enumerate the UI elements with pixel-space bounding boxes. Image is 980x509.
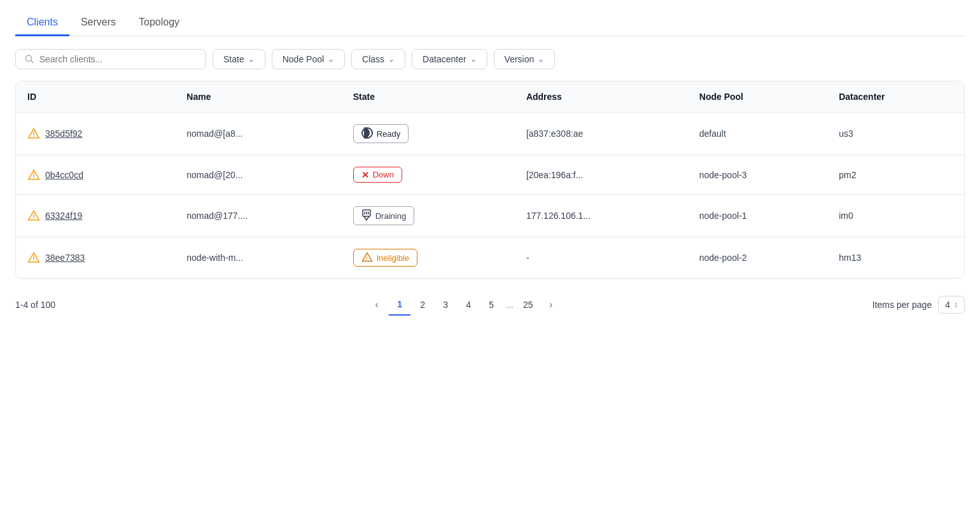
pagination-ellipsis: ...	[503, 300, 516, 310]
status-badge: ✕ Down	[353, 167, 402, 183]
badge-icon: !	[361, 252, 373, 263]
cell-id: 385d5f92	[16, 113, 175, 155]
cell-datacenter: us3	[827, 113, 964, 155]
client-id-link[interactable]: 63324f19	[45, 211, 82, 221]
page-2-button[interactable]: 2	[412, 294, 433, 316]
cell-nodepool: node-pool-1	[688, 195, 827, 237]
items-per-page-value: 4	[945, 300, 950, 310]
table-row: 385d5f92 nomad@[a8... Ready [a837:e308:a…	[16, 113, 964, 155]
next-page-button[interactable]: ›	[540, 294, 562, 316]
filter-version-button[interactable]: Version ⌄	[494, 49, 556, 69]
cell-name: nomad@177....	[175, 195, 341, 237]
chevron-down-icon: ⌄	[470, 55, 477, 64]
cell-address: [a837:e308:ae	[515, 113, 688, 155]
cell-state: Draining	[342, 195, 515, 237]
chevron-down-icon: ⌄	[538, 55, 544, 64]
col-header-name: Name	[175, 81, 341, 113]
warning-icon	[27, 169, 40, 181]
page-3-button[interactable]: 3	[435, 294, 456, 316]
badge-icon: ✕	[361, 171, 369, 179]
clients-table: ID Name State Address Node Pool Datacent…	[15, 81, 965, 279]
items-per-page-control: Items per page 4 ↕	[872, 296, 965, 314]
chevron-down-icon: ⌄	[388, 55, 395, 64]
svg-point-5	[33, 177, 34, 178]
client-id-link[interactable]: 385d5f92	[45, 129, 82, 139]
status-badge: ! Ineligible	[353, 249, 417, 267]
filter-datacenter-button[interactable]: Datacenter ⌄	[412, 49, 487, 69]
cell-name: node-with-m...	[175, 237, 341, 279]
page-25-button[interactable]: 25	[517, 294, 539, 316]
col-header-address: Address	[515, 81, 688, 113]
search-box	[15, 49, 206, 69]
cell-id: 63324f19	[16, 195, 175, 237]
cell-datacenter: hm13	[827, 237, 964, 279]
client-id-link[interactable]: 0b4cc0cd	[45, 170, 83, 180]
warning-icon	[27, 251, 40, 264]
page-1-button[interactable]: 1	[389, 294, 410, 316]
svg-line-1	[31, 60, 33, 62]
page-5-button[interactable]: 5	[480, 294, 502, 316]
warning-icon	[27, 127, 40, 140]
svg-point-3	[33, 136, 34, 137]
table-row: 38ee7383 node-with-m... ! Ineligible - n…	[16, 237, 964, 279]
badge-icon	[361, 209, 372, 222]
col-header-state: State	[342, 81, 515, 113]
col-header-datacenter: Datacenter	[827, 81, 964, 113]
pagination-summary: 1-4 of 100	[15, 300, 55, 310]
cell-datacenter: im0	[827, 195, 964, 237]
items-per-page-select[interactable]: 4 ↕	[938, 296, 965, 314]
chevron-down-icon: ⌄	[248, 55, 255, 64]
select-arrows-icon: ↕	[954, 300, 958, 309]
svg-point-7	[33, 218, 34, 219]
search-icon	[25, 54, 34, 64]
toolbar: State ⌄ Node Pool ⌄ Class ⌄ Datacenter ⌄…	[15, 49, 965, 69]
cell-nodepool: default	[688, 113, 827, 155]
cell-state: ✕ Down	[342, 155, 515, 195]
search-input[interactable]	[39, 54, 197, 64]
svg-text:!: !	[366, 256, 367, 260]
tabs-bar: Clients Servers Topology	[15, 10, 965, 36]
status-badge: Ready	[353, 124, 409, 143]
pagination: 1-4 of 100 ‹ 1 2 3 4 5 ... 25 › Items pe…	[15, 291, 965, 318]
pagination-pages: ‹ 1 2 3 4 5 ... 25 ›	[366, 294, 562, 316]
tab-clients[interactable]: Clients	[15, 10, 69, 36]
status-label: Ready	[377, 129, 401, 139]
status-label: Down	[373, 170, 394, 179]
cell-id: 38ee7383	[16, 237, 175, 279]
filter-state-button[interactable]: State ⌄	[213, 49, 265, 69]
col-header-nodepool: Node Pool	[688, 81, 827, 113]
badge-icon	[361, 127, 373, 140]
status-badge: Draining	[353, 206, 414, 225]
table-header-row: ID Name State Address Node Pool Datacent…	[16, 81, 964, 113]
table-row: 63324f19 nomad@177.... Draining 177.126.…	[16, 195, 964, 237]
cell-name: nomad@[20...	[175, 155, 341, 195]
filter-class-button[interactable]: Class ⌄	[351, 49, 405, 69]
page-4-button[interactable]: 4	[458, 294, 479, 316]
client-id-link[interactable]: 38ee7383	[45, 253, 85, 263]
items-per-page-label: Items per page	[872, 300, 932, 310]
tab-servers[interactable]: Servers	[69, 10, 127, 36]
cell-address: [20ea:196a:f...	[515, 155, 688, 195]
cell-state: ! Ineligible	[342, 237, 515, 279]
cell-address: -	[515, 237, 688, 279]
col-header-id: ID	[16, 81, 175, 113]
cell-nodepool: node-pool-2	[688, 237, 827, 279]
cell-state: Ready	[342, 113, 515, 155]
cell-name: nomad@[a8...	[175, 113, 341, 155]
prev-page-button[interactable]: ‹	[366, 294, 388, 316]
cell-nodepool: node-pool-3	[688, 155, 827, 195]
table-row: 0b4cc0cd nomad@[20... ✕ Down [20ea:196a:…	[16, 155, 964, 195]
cell-address: 177.126.106.1...	[515, 195, 688, 237]
cell-id: 0b4cc0cd	[16, 155, 175, 195]
status-label: Ineligible	[377, 253, 409, 263]
svg-point-13	[33, 260, 34, 261]
chevron-down-icon: ⌄	[328, 55, 334, 64]
tab-topology[interactable]: Topology	[127, 10, 191, 36]
warning-icon	[27, 209, 40, 222]
status-label: Draining	[375, 211, 406, 221]
cell-datacenter: pm2	[827, 155, 964, 195]
filter-nodepool-button[interactable]: Node Pool ⌄	[272, 49, 345, 69]
